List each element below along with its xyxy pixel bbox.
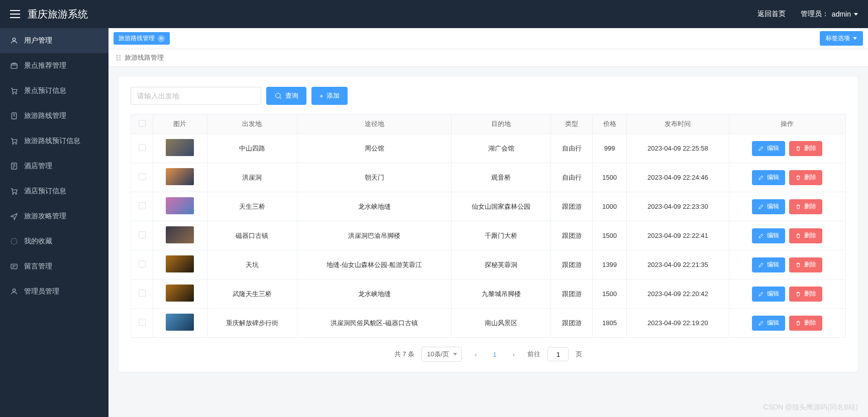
table-row: 武隆天生三桥 龙水峡地缝 九黎城吊脚楼 跟团游 1500 2023-04-09 … bbox=[131, 280, 846, 309]
sidebar-item-label: 管理员管理 bbox=[24, 287, 59, 296]
svg-point-0 bbox=[13, 38, 15, 41]
admin-dropdown[interactable]: 管理员： admin bbox=[801, 10, 858, 19]
sidebar-item[interactable]: 景点推荐管理 bbox=[0, 53, 108, 78]
sidebar-item-label: 酒店预订信息 bbox=[24, 187, 66, 196]
edit-label: 编辑 bbox=[767, 202, 779, 211]
cell-type: 跟团游 bbox=[551, 192, 593, 221]
row-checkbox[interactable] bbox=[139, 144, 146, 151]
table-header: 图片 bbox=[153, 114, 207, 134]
cell-via: 周公馆 bbox=[297, 134, 451, 163]
edit-icon bbox=[758, 204, 764, 210]
sidebar-item[interactable]: 留言管理 bbox=[0, 254, 108, 279]
svg-rect-16 bbox=[11, 264, 17, 268]
tabbar: 旅游路线管理 × 标签选项 bbox=[108, 28, 868, 49]
delete-label: 删除 bbox=[804, 231, 816, 240]
content-panel: 查询 + 添加 图片出发地途径地目的地类型价格发布时间操作 中山四路 周公馆 湖… bbox=[119, 77, 858, 372]
query-button[interactable]: 查询 bbox=[266, 87, 306, 105]
add-button[interactable]: + 添加 bbox=[311, 87, 348, 105]
delete-button[interactable]: 删除 bbox=[789, 287, 822, 302]
sidebar-item[interactable]: 旅游攻略管理 bbox=[0, 204, 108, 229]
cell-to: 仙女山国家森林公园 bbox=[452, 192, 551, 221]
row-checkbox[interactable] bbox=[139, 319, 146, 326]
select-all-checkbox[interactable] bbox=[139, 120, 146, 127]
delete-button[interactable]: 删除 bbox=[789, 257, 822, 272]
sidebar-item[interactable]: 景点预订信息 bbox=[0, 78, 108, 103]
cell-to: 千厮门大桥 bbox=[452, 221, 551, 250]
sidebar-icon bbox=[10, 137, 18, 145]
delete-button[interactable]: 删除 bbox=[789, 170, 822, 185]
delete-label: 删除 bbox=[804, 144, 816, 153]
cell-time: 2023-04-09 22:24:46 bbox=[627, 163, 729, 192]
row-checkbox[interactable] bbox=[139, 290, 146, 297]
caret-down-icon bbox=[854, 13, 858, 16]
delete-button[interactable]: 删除 bbox=[789, 141, 822, 156]
row-thumbnail bbox=[166, 285, 194, 302]
sidebar-item[interactable]: 酒店管理 bbox=[0, 154, 108, 179]
sidebar-item[interactable]: 我的收藏 bbox=[0, 229, 108, 254]
edit-button[interactable]: 编辑 bbox=[752, 199, 785, 214]
close-icon[interactable]: × bbox=[158, 35, 165, 42]
edit-label: 编辑 bbox=[767, 319, 779, 327]
goto-input[interactable] bbox=[548, 347, 569, 361]
sidebar-item[interactable]: 旅游路线管理 bbox=[0, 103, 108, 128]
edit-button[interactable]: 编辑 bbox=[752, 141, 785, 156]
edit-button[interactable]: 编辑 bbox=[752, 228, 785, 243]
row-checkbox[interactable] bbox=[139, 231, 146, 238]
trash-icon bbox=[795, 262, 801, 268]
sidebar-icon bbox=[10, 262, 18, 270]
svg-point-14 bbox=[16, 193, 17, 194]
trash-icon bbox=[795, 175, 801, 181]
cell-price: 999 bbox=[593, 134, 627, 163]
tab-active[interactable]: 旅游路线管理 × bbox=[114, 32, 170, 45]
tab-options-dropdown[interactable]: 标签选项 bbox=[820, 31, 863, 46]
edit-button[interactable]: 编辑 bbox=[752, 316, 785, 331]
delete-button[interactable]: 删除 bbox=[789, 228, 822, 243]
delete-button[interactable]: 删除 bbox=[789, 316, 822, 331]
edit-label: 编辑 bbox=[767, 231, 779, 240]
page-size-select[interactable]: 10条/页 bbox=[421, 347, 462, 362]
edit-button[interactable]: 编辑 bbox=[752, 287, 785, 302]
home-link[interactable]: 返回首页 bbox=[757, 10, 786, 19]
table-header: 出发地 bbox=[207, 114, 297, 134]
sidebar-item[interactable]: 管理员管理 bbox=[0, 279, 108, 304]
trash-icon bbox=[795, 146, 801, 152]
sidebar-item[interactable]: 用户管理 bbox=[0, 28, 108, 53]
edit-button[interactable]: 编辑 bbox=[752, 170, 785, 185]
cell-price: 1500 bbox=[593, 221, 627, 250]
prev-page-button[interactable]: ‹ bbox=[469, 347, 483, 361]
sidebar-item[interactable]: 酒店预订信息 bbox=[0, 179, 108, 204]
delete-label: 删除 bbox=[804, 290, 816, 298]
data-table: 图片出发地途径地目的地类型价格发布时间操作 中山四路 周公馆 湖广会馆 自由行 … bbox=[131, 114, 846, 338]
cell-price: 1399 bbox=[593, 250, 627, 280]
sidebar-icon bbox=[10, 112, 18, 120]
svg-point-20 bbox=[276, 93, 280, 98]
edit-icon bbox=[758, 320, 764, 326]
table-row: 洪崖洞 朝天门 观音桥 自由行 1500 2023-04-09 22:24:46… bbox=[131, 163, 846, 192]
edit-icon bbox=[758, 175, 764, 181]
page-number[interactable]: 1 bbox=[490, 351, 499, 358]
row-thumbnail bbox=[166, 168, 194, 185]
search-input[interactable] bbox=[131, 87, 261, 105]
menu-toggle-icon[interactable] bbox=[10, 10, 20, 18]
breadcrumb: ☷ 旅游线路管理 bbox=[108, 49, 868, 67]
edit-button[interactable]: 编辑 bbox=[752, 257, 785, 272]
sidebar-item[interactable]: 旅游路线预订信息 bbox=[0, 128, 108, 154]
cell-type: 跟团游 bbox=[551, 280, 593, 309]
row-checkbox[interactable] bbox=[139, 173, 146, 180]
svg-point-2 bbox=[13, 93, 14, 94]
sidebar-icon bbox=[10, 187, 18, 195]
next-page-button[interactable]: › bbox=[506, 347, 520, 361]
cell-time: 2023-04-09 22:22:41 bbox=[627, 221, 729, 250]
row-checkbox[interactable] bbox=[139, 260, 146, 267]
edit-icon bbox=[758, 146, 764, 152]
table-row: 中山四路 周公馆 湖广会馆 自由行 999 2023-04-09 22:25:5… bbox=[131, 134, 846, 163]
edit-label: 编辑 bbox=[767, 173, 779, 182]
delete-button[interactable]: 删除 bbox=[789, 199, 822, 214]
table-header: 类型 bbox=[551, 114, 593, 134]
edit-icon bbox=[758, 291, 764, 297]
total-label: 共 7 条 bbox=[394, 350, 414, 359]
cell-price: 1805 bbox=[593, 309, 627, 338]
row-checkbox[interactable] bbox=[139, 202, 146, 209]
trash-icon bbox=[795, 291, 801, 297]
goto-label: 前往 bbox=[527, 350, 540, 359]
